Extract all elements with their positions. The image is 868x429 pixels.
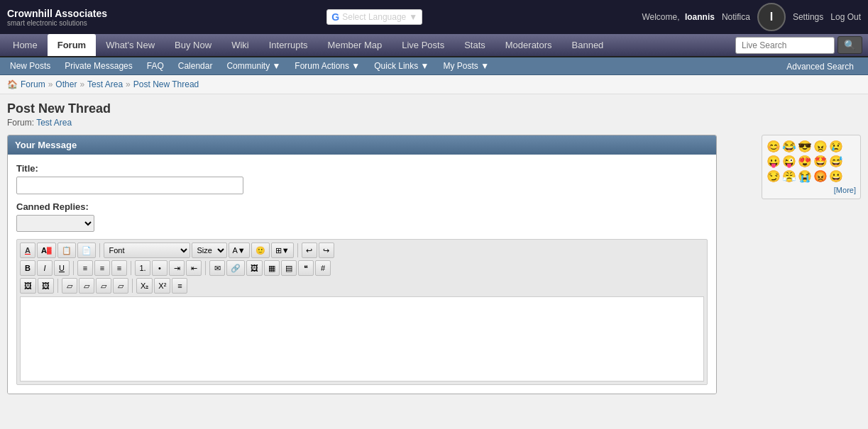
nav-home[interactable]: Home bbox=[3, 34, 48, 56]
sub-nav-faq[interactable]: FAQ bbox=[140, 57, 171, 74]
toolbar-text-color-btn[interactable]: A▼ bbox=[229, 243, 250, 258]
breadcrumb-other[interactable]: Other bbox=[55, 79, 77, 89]
toolbar-sep-4 bbox=[131, 261, 131, 275]
nav-moderators[interactable]: Moderators bbox=[495, 34, 562, 56]
toolbar-align-right-btn[interactable]: ≡ bbox=[111, 260, 127, 276]
toolbar-ul-btn[interactable]: • bbox=[152, 260, 167, 276]
toolbar-col2-btn[interactable]: ▱ bbox=[79, 278, 94, 294]
emoji-7[interactable]: 😜 bbox=[782, 155, 796, 168]
emoji-13[interactable]: 😭 bbox=[798, 169, 812, 183]
quick-links-trigger[interactable]: Quick Links ▼ bbox=[367, 57, 436, 74]
sub-nav-new-posts[interactable]: New Posts bbox=[3, 57, 57, 74]
emoji-8[interactable]: 😍 bbox=[798, 155, 812, 168]
editor-textarea[interactable] bbox=[20, 296, 704, 381]
emoji-6[interactable]: 😛 bbox=[767, 155, 781, 168]
my-posts-trigger[interactable]: My Posts ▼ bbox=[436, 57, 496, 74]
toolbar-sep-7 bbox=[132, 279, 133, 293]
toolbar-col3-btn[interactable]: ▱ bbox=[96, 278, 111, 294]
toolbar-bold-btn[interactable]: B bbox=[20, 260, 35, 276]
emoji-11[interactable]: 😏 bbox=[767, 169, 781, 183]
notifications-label[interactable]: Notifica bbox=[722, 12, 750, 22]
sub-nav-community-dropdown[interactable]: Community ▼ bbox=[219, 57, 287, 74]
sub-nav-forum-actions-dropdown[interactable]: Forum Actions ▼ bbox=[287, 57, 367, 74]
toolbar-paste-btn[interactable]: 📄 bbox=[77, 243, 96, 258]
toolbar-sub-btn[interactable]: X₂ bbox=[136, 278, 153, 294]
breadcrumb-test-area[interactable]: Test Area bbox=[87, 79, 123, 89]
toolbar-italic-btn[interactable]: I bbox=[37, 260, 53, 276]
title-input[interactable] bbox=[16, 177, 243, 194]
emoji-10[interactable]: 😅 bbox=[829, 155, 843, 168]
translate-label: Select Language bbox=[342, 12, 406, 22]
toolbar-email-btn[interactable]: ✉ bbox=[209, 260, 225, 276]
forum-actions-trigger[interactable]: Forum Actions ▼ bbox=[287, 57, 367, 74]
nav-buy-now[interactable]: Buy Now bbox=[165, 34, 221, 56]
toolbar-row-1: A A▓ 📋 📄 Font Arial Times New Roman Cour… bbox=[20, 243, 704, 258]
sub-nav-private-messages[interactable]: Private Messages bbox=[57, 57, 139, 74]
toolbar-link-btn[interactable]: 🔗 bbox=[226, 260, 245, 276]
toolbar-smiley-btn[interactable]: 🙂 bbox=[251, 243, 270, 258]
toolbar-font-color-btn[interactable]: A bbox=[20, 243, 35, 258]
toolbar-align-left-btn[interactable]: ≡ bbox=[77, 260, 93, 276]
sub-nav-my-posts-dropdown[interactable]: My Posts ▼ bbox=[436, 57, 496, 74]
toolbar-row-2: B I U ≡ ≡ ≡ 1. • ⇥ ⇤ bbox=[20, 260, 704, 276]
emoji-5[interactable]: 😢 bbox=[829, 140, 843, 153]
toolbar-img3-btn[interactable]: 🖼 bbox=[38, 278, 54, 294]
toolbar-code-btn[interactable]: # bbox=[315, 260, 331, 276]
nav-banned[interactable]: Banned bbox=[562, 34, 614, 56]
forum-name-link[interactable]: Test Area bbox=[36, 118, 72, 128]
toolbar-align2-btn[interactable]: ≡ bbox=[172, 278, 187, 294]
translate-widget[interactable]: G Select Language ▼ bbox=[326, 9, 422, 25]
toolbar-redo-btn[interactable]: ↪ bbox=[319, 243, 334, 258]
canned-replies-select[interactable] bbox=[16, 215, 94, 232]
nav-member-map[interactable]: Member Map bbox=[318, 34, 392, 56]
emoji-12[interactable]: 😤 bbox=[782, 169, 796, 183]
emoji-1[interactable]: 😊 bbox=[767, 140, 781, 153]
settings-link[interactable]: Settings bbox=[793, 12, 823, 22]
nav-forum[interactable]: Forum bbox=[48, 34, 96, 56]
emoji-4[interactable]: 😠 bbox=[813, 140, 828, 153]
avatar[interactable]: I bbox=[757, 3, 786, 31]
nav-whats-new[interactable]: What's New bbox=[96, 34, 165, 56]
toolbar-undo-btn[interactable]: ↩ bbox=[302, 243, 317, 258]
toolbar-size-select[interactable]: Size 1234 bbox=[192, 243, 227, 258]
logout-link[interactable]: Log Out bbox=[830, 12, 861, 22]
toolbar-underline-btn[interactable]: U bbox=[54, 260, 70, 276]
google-translate-button[interactable]: G Select Language ▼ bbox=[326, 9, 422, 25]
nav-live-posts[interactable]: Live Posts bbox=[392, 34, 454, 56]
community-trigger[interactable]: Community ▼ bbox=[219, 57, 287, 74]
toolbar-align-center-btn[interactable]: ≡ bbox=[94, 260, 110, 276]
sub-nav-calendar[interactable]: Calendar bbox=[171, 57, 220, 74]
search-input[interactable] bbox=[735, 37, 835, 54]
breadcrumb-forum[interactable]: Forum bbox=[21, 79, 45, 89]
emoji-14[interactable]: 😡 bbox=[813, 169, 828, 183]
toolbar-sup-btn[interactable]: X² bbox=[154, 278, 170, 294]
toolbar-table3-btn[interactable]: ▤ bbox=[281, 260, 297, 276]
emoji-2[interactable]: 😂 bbox=[782, 140, 796, 153]
toolbar-ol-btn[interactable]: 1. bbox=[135, 260, 150, 276]
nav-wiki[interactable]: Wiki bbox=[221, 34, 259, 56]
toolbar-col4-btn[interactable]: ▱ bbox=[113, 278, 128, 294]
message-box-header: Your Message bbox=[8, 135, 716, 155]
sub-nav-quick-links-dropdown[interactable]: Quick Links ▼ bbox=[367, 57, 436, 74]
toolbar-img2-btn[interactable]: 🖼 bbox=[20, 278, 36, 294]
advanced-search-link[interactable]: Advanced Search bbox=[779, 58, 861, 75]
emoji-15[interactable]: 😀 bbox=[829, 169, 843, 183]
toolbar-outdent-btn[interactable]: ⇤ bbox=[186, 260, 202, 276]
emoji-9[interactable]: 🤩 bbox=[813, 155, 828, 168]
search-button[interactable]: 🔍 bbox=[837, 36, 862, 54]
toolbar-img-btn[interactable]: 🖼 bbox=[246, 260, 263, 276]
emoji-more-link[interactable]: [More] bbox=[767, 186, 856, 194]
toolbar-font-select[interactable]: Font Arial Times New Roman Courier New bbox=[104, 243, 190, 258]
toolbar-col1-btn[interactable]: ▱ bbox=[62, 278, 77, 294]
emoji-3[interactable]: 😎 bbox=[798, 140, 812, 153]
toolbar-quote-btn[interactable]: ❝ bbox=[298, 260, 314, 276]
toolbar-table2-btn[interactable]: ▦ bbox=[264, 260, 280, 276]
toolbar-copy-btn[interactable]: 📋 bbox=[57, 243, 76, 258]
nav-interrupts[interactable]: Interrupts bbox=[259, 34, 318, 56]
nav-stats[interactable]: Stats bbox=[454, 34, 495, 56]
toolbar-indent-btn[interactable]: ⇥ bbox=[169, 260, 185, 276]
toolbar-table-btn[interactable]: ⊞▼ bbox=[271, 243, 294, 258]
breadcrumb-post-new-thread[interactable]: Post New Thread bbox=[133, 79, 199, 89]
toolbar-font-highlight-btn[interactable]: A▓ bbox=[37, 243, 56, 258]
page-content: Post New Thread Forum: Test Area Your Me… bbox=[0, 94, 868, 408]
